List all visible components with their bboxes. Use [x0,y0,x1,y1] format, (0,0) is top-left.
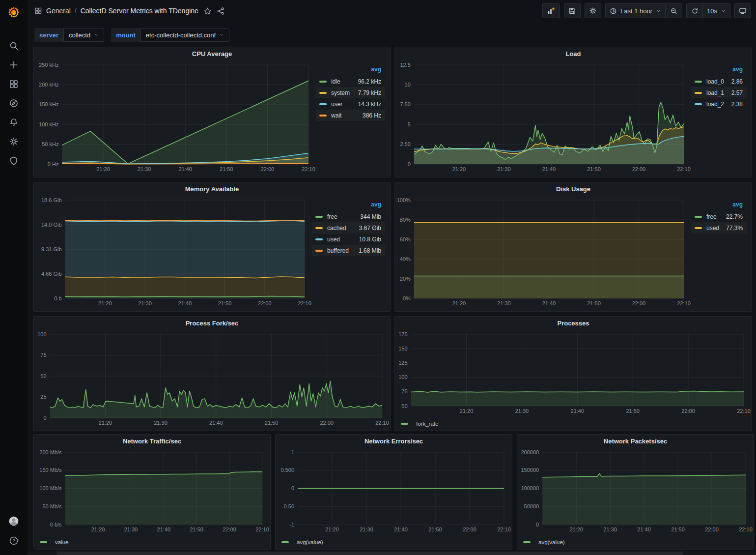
horizontal-scrollbar[interactable] [28,552,756,555]
cpu-average-chart[interactable]: 0 Hz50 kHz100 kHz150 kHz200 kHz250 kHz21… [35,60,315,174]
load-legend: avgload_02.86load_12.57load_22.38 [691,60,751,174]
legend-row[interactable]: wait386 Hz [315,110,385,121]
panel-title[interactable]: Memory Available [34,182,390,195]
svg-text:150 kHz: 150 kHz [39,101,58,107]
legend-row[interactable]: user14.3 kHz [315,98,385,110]
legend-row[interactable]: system7.79 kHz [315,87,385,98]
legend-series-name: cached [327,225,346,232]
svg-text:22:00: 22:00 [463,526,476,532]
panel-title[interactable]: Network Traffic/sec [34,435,270,447]
legend-avg-header[interactable]: avg [311,201,385,211]
configuration-gear-icon[interactable] [8,136,19,147]
legend-item[interactable]: fork_rate [401,421,438,427]
svg-text:200000: 200000 [521,449,539,455]
legend-item[interactable]: avg(value) [281,539,323,545]
legend-series-name: free [706,213,717,220]
dashboards-icon[interactable] [8,79,19,89]
legend-item[interactable]: avg(value) [523,539,565,545]
search-icon[interactable] [8,40,19,51]
svg-text:22:10: 22:10 [677,166,691,172]
legend-avg-header[interactable]: avg [691,201,747,211]
svg-text:22:00: 22:00 [223,526,236,532]
panel-title[interactable]: CPU Average [34,47,390,60]
legend-series-value: 14.3 kHz [351,101,381,108]
legend-series-value: 344 Mib [353,213,381,220]
legend-row[interactable]: used77.3% [691,222,747,234]
memory-available-chart[interactable]: 0 b4.66 Gib9.31 Gib14.0 Gib18.6 Gib21:20… [35,195,311,308]
series-color-swatch [695,103,702,105]
svg-text:100 Mb/s: 100 Mb/s [39,485,62,491]
panel-title[interactable]: Processes [395,317,752,329]
disk-usage-chart[interactable]: 0%20%40%60%80%100%21:2021:3021:4021:5022… [396,195,691,308]
panel-process-fork: Process Fork/sec 025507510021:2021:3021:… [33,316,391,431]
svg-text:80%: 80% [400,217,411,223]
legend-series-value: 1.68 Mib [352,247,381,254]
svg-text:21:50: 21:50 [587,166,601,172]
network-traffic-legend: value [34,537,270,549]
legend-series-value: 2.38 [725,101,743,108]
legend-row[interactable]: free22.7% [691,211,747,222]
panel-title[interactable]: Network Packets/sec [517,435,754,447]
legend-row[interactable]: free344 Mib [311,211,385,222]
svg-text:50 kHz: 50 kHz [42,141,58,147]
panel-network-packets: Network Packets/sec 05000010000015000020… [517,434,754,550]
alerting-bell-icon[interactable] [8,117,19,128]
svg-text:21:20: 21:20 [96,166,110,172]
svg-text:21:40: 21:40 [542,166,556,172]
svg-text:50 Mb/s: 50 Mb/s [42,503,62,509]
legend-row[interactable]: buffered1.68 Mib [311,245,385,256]
user-avatar[interactable] [8,516,19,526]
process-fork-chart[interactable]: 025507510021:2021:3021:4021:5022:0022:10 [35,329,389,428]
create-plus-icon[interactable] [8,59,19,70]
series-color-swatch [40,541,47,543]
series-color-swatch [401,423,408,425]
svg-text:21:30: 21:30 [515,408,529,414]
svg-text:-1: -1 [289,522,294,527]
network-errors-chart[interactable]: -1-0.5000.500121:2021:3021:4021:5022:002… [277,447,511,534]
svg-text:21:40: 21:40 [178,300,192,306]
admin-shield-icon[interactable] [8,155,19,166]
series-color-swatch [281,541,289,543]
legend-row[interactable]: load_12.57 [691,87,747,98]
explore-compass-icon[interactable] [8,98,19,109]
legend-series-value: 2.86 [725,78,743,85]
svg-text:0: 0 [291,485,294,491]
legend-avg-header[interactable]: avg [691,66,747,76]
processes-chart[interactable]: 507510012515017521:2021:3021:4021:5022:0… [396,329,751,416]
grafana-logo[interactable] [0,0,28,26]
panel-title[interactable]: Load [395,47,752,60]
svg-text:175: 175 [398,331,407,337]
legend-row[interactable]: cached3.67 Gib [311,222,385,234]
svg-text:21:20: 21:20 [98,300,112,306]
svg-text:21:20: 21:20 [99,420,112,426]
series-color-swatch [319,92,327,94]
panel-title[interactable]: Network Errors/sec [276,435,512,447]
legend-row[interactable]: load_22.38 [691,98,747,110]
panel-cpu-average: CPU Average 0 Hz50 kHz100 kHz150 kHz200 … [33,47,391,177]
panel-title[interactable]: Process Fork/sec [34,317,390,329]
svg-text:100000: 100000 [521,485,539,491]
series-color-swatch [695,81,702,83]
legend-row[interactable]: load_02.86 [691,76,747,87]
svg-text:50000: 50000 [524,503,539,509]
panel-title[interactable]: Disk Usage [395,182,752,195]
processes-legend: fork_rate [395,419,752,431]
legend-series-name: load_1 [706,89,724,96]
legend-series-name: idle [331,78,340,85]
legend-row[interactable]: used10.8 Gib [311,234,385,245]
svg-text:50: 50 [40,373,46,379]
legend-series-name: user [331,101,342,108]
legend-avg-header[interactable]: avg [315,66,385,76]
legend-row[interactable]: idle96.2 kHz [315,76,385,87]
svg-text:0: 0 [536,522,539,527]
network-traffic-chart[interactable]: 0 b/s50 Mb/s100 Mb/s150 Mb/s200 Mb/s21:2… [35,447,269,534]
svg-text:21:20: 21:20 [460,408,474,414]
help-icon[interactable]: ? [8,535,19,546]
series-color-swatch [319,115,327,117]
svg-text:150: 150 [398,346,407,351]
svg-text:60%: 60% [400,236,411,242]
legend-item[interactable]: value [40,539,69,545]
network-packets-chart[interactable]: 05000010000015000020000021:2021:3021:402… [518,447,753,534]
load-chart[interactable]: 02.5057.501012.521:2021:3021:4021:5022:0… [396,60,691,174]
svg-text:75: 75 [401,388,407,394]
